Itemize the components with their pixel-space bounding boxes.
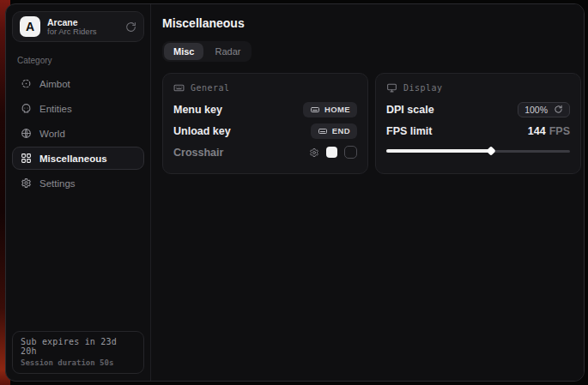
gear-icon xyxy=(20,177,32,189)
crosshair-controls xyxy=(309,146,357,159)
tab-radar[interactable]: Radar xyxy=(205,43,250,60)
key-icon xyxy=(318,126,328,136)
app-logo: A xyxy=(20,16,40,37)
fps-limit-value: 144FPS xyxy=(528,125,570,137)
crosshair-checkbox[interactable] xyxy=(344,146,357,159)
fps-unit: FPS xyxy=(549,125,570,137)
sidebar-item-label: Aimbot xyxy=(39,79,70,89)
fps-limit-row: FPS limit 144FPS xyxy=(386,120,570,141)
sidebar-item-aimbot[interactable]: Aimbot xyxy=(12,72,144,95)
sidebar-item-settings[interactable]: Settings xyxy=(12,171,144,195)
monitor-icon xyxy=(386,82,397,93)
grid-icon xyxy=(20,153,32,164)
app-window: A Arcane for Arc Riders Category Aimbot xyxy=(5,3,585,382)
sidebar-item-world[interactable]: World xyxy=(12,122,144,145)
dpi-scale-label: DPI scale xyxy=(386,104,434,116)
sidebar-item-label: Miscellaneous xyxy=(39,153,107,164)
crosshair-icon xyxy=(20,78,32,89)
sidebar-item-label: World xyxy=(39,129,65,139)
refresh-icon[interactable] xyxy=(554,105,563,114)
sidebar-item-entities[interactable]: Entities xyxy=(12,97,144,120)
fps-limit-label: FPS limit xyxy=(386,125,432,137)
general-panel: General Menu key HOME Unload key xyxy=(162,73,368,174)
general-panel-header: General xyxy=(173,82,357,93)
entities-icon xyxy=(20,103,32,114)
sidebar-spacer xyxy=(12,195,144,331)
globe-icon xyxy=(20,128,32,139)
subscription-card: Sub expires in 23d 20h Session duration … xyxy=(12,331,144,374)
dpi-scale-control[interactable]: 100% xyxy=(518,102,570,117)
key-icon xyxy=(310,105,320,115)
panels-row: General Menu key HOME Unload key xyxy=(162,73,581,174)
dpi-scale-row: DPI scale 100% xyxy=(386,99,570,120)
profile-card[interactable]: A Arcane for Arc Riders xyxy=(12,11,144,42)
keyboard-icon xyxy=(173,82,185,93)
sidebar: A Arcane for Arc Riders Category Aimbot xyxy=(6,4,151,381)
fps-limit-slider[interactable] xyxy=(386,145,570,157)
sync-icon[interactable] xyxy=(125,21,136,33)
menu-key-button[interactable]: HOME xyxy=(303,102,357,117)
tab-bar: Misc Radar xyxy=(162,41,252,62)
dpi-scale-value: 100% xyxy=(524,105,548,115)
crosshair-color-swatch[interactable] xyxy=(326,147,337,158)
unload-key-row: Unload key END xyxy=(173,120,357,141)
general-panel-title: General xyxy=(191,83,230,93)
crosshair-row: Crosshair xyxy=(173,141,357,163)
slider-thumb[interactable] xyxy=(486,146,495,155)
menu-key-value: HOME xyxy=(324,105,350,114)
sidebar-item-label: Settings xyxy=(39,178,76,189)
display-panel: Display DPI scale 100% FPS limit xyxy=(375,73,581,174)
sidebar-nav: Aimbot Entities World xyxy=(12,72,144,195)
sub-expiry-text: Sub expires in 23d 20h xyxy=(21,337,136,356)
menu-key-label: Menu key xyxy=(173,104,222,116)
profile-text: Arcane for Arc Riders xyxy=(47,17,118,37)
display-panel-title: Display xyxy=(403,83,443,93)
sidebar-item-miscellaneous[interactable]: Miscellaneous xyxy=(12,147,144,170)
page-title: Miscellaneous xyxy=(162,16,581,30)
unload-key-button[interactable]: END xyxy=(311,123,357,139)
app-name: Arcane xyxy=(47,17,118,27)
unload-key-label: Unload key xyxy=(173,125,231,137)
unload-key-value: END xyxy=(332,126,350,135)
tab-misc[interactable]: Misc xyxy=(164,43,203,60)
menu-key-row: Menu key HOME xyxy=(173,99,357,120)
category-label: Category xyxy=(17,56,139,65)
session-duration-text: Session duration 50s xyxy=(21,358,136,367)
crosshair-label: Crosshair xyxy=(173,147,223,159)
app-tagline: for Arc Riders xyxy=(47,27,118,37)
main-content: Miscellaneous Misc Radar General Menu ke… xyxy=(151,4,585,381)
crosshair-settings-gear-icon[interactable] xyxy=(309,147,319,158)
sidebar-item-label: Entities xyxy=(39,104,72,114)
slider-fill xyxy=(386,149,491,153)
display-panel-header: Display xyxy=(386,82,570,93)
fps-number: 144 xyxy=(528,125,546,137)
